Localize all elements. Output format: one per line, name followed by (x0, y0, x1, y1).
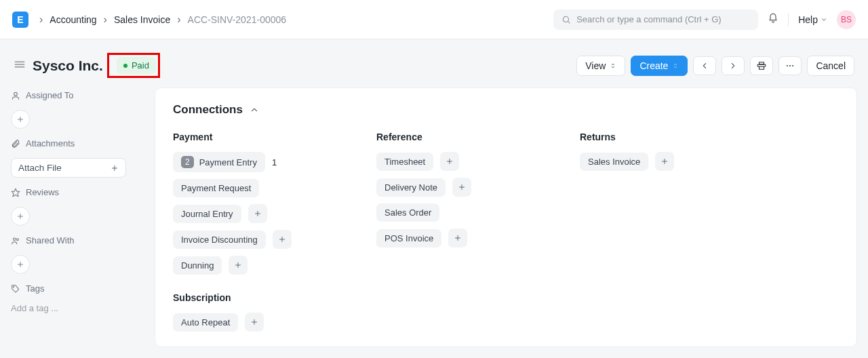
subscription-title: Subscription (173, 292, 336, 303)
app-logo[interactable]: E (12, 12, 28, 28)
chevron-up-icon (250, 105, 259, 115)
chip-payment-request[interactable]: Payment Request (173, 179, 259, 197)
payment-title: Payment (173, 132, 336, 142)
plus-icon (111, 164, 119, 172)
search-placeholder: Search or type a command (Ctrl + G) (576, 14, 722, 24)
plus-icon (278, 235, 286, 243)
status-badge: Paid (117, 57, 156, 74)
form-sidebar: Assigned To Attachments Attach File Revi… (0, 87, 155, 316)
tag-icon (11, 284, 20, 294)
breadcrumb-accounting[interactable]: Accounting (50, 14, 96, 25)
svg-point-8 (789, 65, 791, 66)
plus-icon (254, 210, 262, 218)
add-timesheet[interactable] (440, 152, 459, 171)
share-add-button[interactable] (11, 255, 30, 274)
tags-label: Tags (11, 283, 144, 294)
chip-auto-repeat[interactable]: Auto Repeat (173, 313, 238, 332)
chip-invoice-discounting[interactable]: Invoice Discounting (173, 231, 266, 249)
reviews-label: Reviews (11, 187, 144, 197)
select-icon (672, 62, 679, 70)
svg-point-7 (787, 65, 788, 66)
plus-icon (454, 234, 462, 242)
svg-point-9 (793, 65, 794, 66)
top-navbar: E › Accounting › Sales Invoice › ACC-SIN… (0, 0, 868, 39)
chevron-right-icon (728, 61, 738, 71)
chevron-down-icon (821, 16, 827, 23)
plus-icon (660, 157, 669, 165)
search-input[interactable]: Search or type a command (Ctrl + G) (553, 9, 758, 30)
status-text: Paid (132, 60, 149, 71)
prev-button[interactable] (693, 56, 716, 75)
shared-with-label: Shared With (11, 235, 144, 245)
add-pos-invoice[interactable] (448, 228, 467, 247)
svg-point-18 (14, 237, 16, 240)
connections-heading[interactable]: Connections (173, 103, 839, 117)
add-journal-entry[interactable] (248, 204, 267, 223)
attachments-label: Attachments (11, 138, 144, 148)
view-button[interactable]: View (576, 56, 625, 76)
add-tag-input[interactable]: Add a tag ... (11, 303, 144, 313)
more-button[interactable] (778, 56, 802, 75)
view-label: View (585, 60, 606, 71)
create-button[interactable]: Create (631, 56, 688, 76)
next-button[interactable] (722, 56, 745, 75)
chevron-right-icon: › (177, 14, 180, 26)
svg-point-10 (14, 92, 18, 96)
svg-point-22 (14, 286, 14, 287)
review-add-button[interactable] (11, 207, 30, 226)
chip-dunning[interactable]: Dunning (173, 256, 222, 275)
add-delivery-note[interactable] (452, 178, 471, 197)
chevron-left-icon (700, 61, 709, 71)
chip-sales-invoice[interactable]: Sales Invoice (580, 153, 648, 171)
paperclip-icon (11, 139, 20, 148)
cancel-button[interactable]: Cancel (807, 56, 854, 76)
cancel-label: Cancel (816, 60, 846, 71)
dots-icon (785, 61, 795, 71)
breadcrumb-docname: ACC-SINV-2021-00006 (188, 14, 287, 25)
chip-sales-order[interactable]: Sales Order (376, 203, 439, 222)
badge: 2 (181, 156, 194, 168)
print-button[interactable] (750, 56, 773, 75)
plus-icon (16, 115, 24, 123)
breadcrumb: › Accounting › Sales Invoice › ACC-SINV-… (39, 14, 286, 26)
breadcrumb-sales-invoice[interactable]: Sales Invoice (114, 14, 170, 25)
svg-rect-6 (760, 66, 764, 69)
plus-icon (458, 183, 466, 191)
assign-add-button[interactable] (11, 110, 30, 129)
reference-column: Reference Timesheet Delivery Note Sales … (376, 132, 539, 332)
chip-delivery-note[interactable]: Delivery Note (376, 178, 446, 197)
chevron-right-icon: › (39, 14, 43, 26)
chip-journal-entry[interactable]: Journal Entry (173, 205, 241, 223)
user-icon (11, 91, 20, 100)
attach-file-label: Attach File (18, 163, 62, 173)
plus-icon (234, 261, 242, 269)
chip-timesheet[interactable]: Timesheet (376, 153, 433, 171)
add-sales-invoice-return[interactable] (655, 152, 674, 171)
title-bar: Sysco Inc. Paid View Create Cancel (0, 39, 868, 87)
printer-icon (757, 61, 766, 71)
select-icon (610, 62, 616, 70)
bell-icon[interactable] (768, 13, 778, 26)
reference-title: Reference (376, 132, 539, 142)
connections-card: Connections Payment 2 Payment Entry 1 Pa (155, 87, 857, 347)
svg-point-19 (16, 238, 18, 240)
plus-icon (446, 157, 454, 165)
add-invoice-discounting[interactable] (273, 230, 292, 249)
add-dunning[interactable] (229, 256, 248, 275)
returns-title: Returns (580, 132, 743, 142)
svg-line-1 (568, 21, 570, 23)
user-avatar[interactable]: BS (837, 10, 856, 29)
chevron-right-icon: › (104, 14, 107, 26)
sidebar-toggle-icon[interactable] (14, 58, 26, 73)
help-menu[interactable]: Help (798, 14, 827, 25)
payment-column: Payment 2 Payment Entry 1 Payment Reques… (173, 132, 336, 332)
returns-column: Returns Sales Invoice (580, 132, 743, 332)
search-icon (561, 15, 571, 24)
add-auto-repeat[interactable] (245, 313, 264, 332)
status-dot-icon (123, 64, 127, 68)
chip-payment-entry[interactable]: 2 Payment Entry (173, 152, 265, 172)
attach-file-button[interactable]: Attach File (11, 158, 126, 178)
page-title: Sysco Inc. (33, 58, 103, 74)
users-icon (11, 236, 20, 245)
chip-pos-invoice[interactable]: POS Invoice (376, 229, 441, 247)
